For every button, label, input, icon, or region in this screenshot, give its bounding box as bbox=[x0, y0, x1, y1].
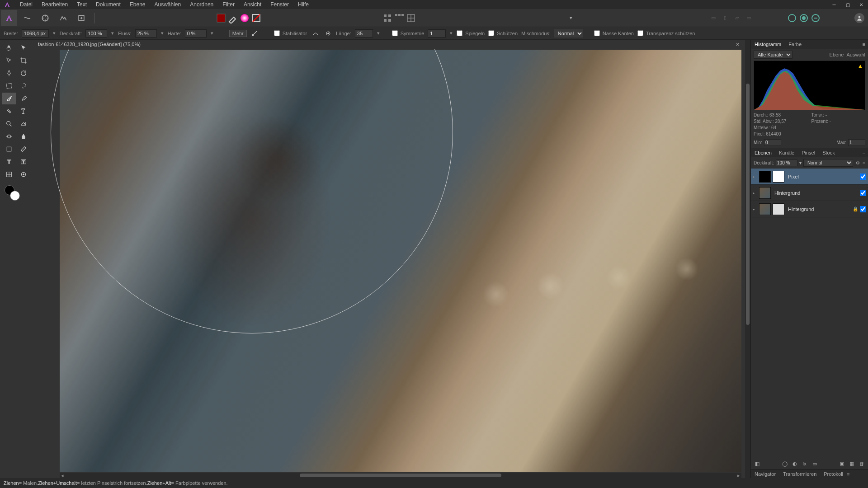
layer-row-2[interactable]: ▸ Hintergrund bbox=[751, 185, 868, 201]
snap-grid-1[interactable] bbox=[382, 13, 393, 23]
layer-expand-icon[interactable]: ▸ bbox=[753, 174, 757, 179]
deckkraft-dropdown[interactable]: ▾ bbox=[110, 30, 115, 36]
layer-row-1[interactable]: ▸ Pixel bbox=[751, 169, 868, 185]
menu-filter[interactable]: Filter bbox=[218, 0, 239, 9]
min-input[interactable] bbox=[764, 139, 781, 146]
persona-photo[interactable] bbox=[1, 10, 17, 26]
tab-transformieren[interactable]: Transformieren bbox=[779, 471, 820, 477]
histogram-ebene-link[interactable]: Ebene bbox=[830, 52, 844, 57]
arrange-c[interactable]: ▱ bbox=[731, 13, 742, 23]
menu-ebene[interactable]: Ebene bbox=[125, 0, 150, 9]
layer-options-icon[interactable]: ≡ bbox=[863, 160, 865, 165]
layer-deckkraft-input[interactable] bbox=[776, 160, 797, 166]
breite-input[interactable] bbox=[22, 29, 49, 38]
vertical-scrollbar[interactable] bbox=[745, 40, 750, 478]
color-fill-swatch[interactable] bbox=[216, 13, 226, 23]
canvas-viewport[interactable]: ◂ ▸ bbox=[33, 49, 745, 478]
hscroll-thumb[interactable] bbox=[300, 474, 501, 477]
tab-stock[interactable]: Stock bbox=[819, 150, 839, 155]
dodge-tool[interactable] bbox=[2, 131, 16, 142]
group-layer-icon[interactable]: ▭ bbox=[810, 459, 819, 468]
laenge-dropdown[interactable]: ▾ bbox=[376, 30, 381, 36]
stabilisator-checkbox[interactable] bbox=[274, 30, 280, 36]
account-avatar[interactable] bbox=[854, 13, 864, 23]
gradient-tool[interactable] bbox=[17, 143, 30, 155]
mesh-tool[interactable] bbox=[2, 169, 16, 180]
stabilisator-mode-2-icon[interactable] bbox=[323, 28, 333, 38]
menu-bearbeiten[interactable]: Bearbeiten bbox=[37, 0, 72, 9]
stabilisator-mode-1-icon[interactable] bbox=[311, 28, 321, 38]
max-input[interactable] bbox=[848, 139, 865, 146]
sync-2[interactable] bbox=[798, 13, 809, 23]
breite-dropdown[interactable]: ▾ bbox=[52, 30, 57, 36]
persona-export[interactable] bbox=[73, 10, 90, 26]
hand-tool[interactable] bbox=[2, 42, 16, 54]
bottom-panel-menu[interactable]: ≡ bbox=[847, 471, 849, 477]
deckkraft-input[interactable] bbox=[85, 29, 107, 38]
arrange-h[interactable]: ▭ bbox=[708, 13, 719, 23]
menu-auswaehlen[interactable]: Auswählen bbox=[150, 0, 185, 9]
move-tool[interactable] bbox=[17, 42, 30, 54]
layer-mask-thumb[interactable] bbox=[773, 171, 784, 183]
symmetrie-dropdown[interactable]: ▾ bbox=[448, 30, 454, 36]
fluss-dropdown[interactable]: ▾ bbox=[160, 30, 165, 36]
color-wheel[interactable] bbox=[239, 13, 250, 23]
sync-1[interactable] bbox=[787, 13, 797, 23]
shape-tool[interactable] bbox=[2, 143, 16, 155]
node-tool[interactable] bbox=[2, 55, 16, 66]
nasse-kanten-checkbox[interactable] bbox=[594, 30, 600, 36]
document-tab[interactable]: fashion-6146328_1920.jpg [Geändert] (75,… bbox=[35, 42, 143, 47]
arrange-d[interactable]: ▭ bbox=[743, 13, 754, 23]
maximize-button[interactable]: ▢ bbox=[841, 0, 854, 9]
background-color[interactable] bbox=[10, 191, 20, 201]
flood-fill-tool[interactable] bbox=[17, 118, 30, 130]
menu-datei[interactable]: Datei bbox=[15, 0, 37, 9]
crop-tool[interactable] bbox=[17, 55, 30, 66]
fluss-input[interactable] bbox=[135, 29, 157, 38]
layer-blend-select[interactable]: Normal bbox=[803, 159, 853, 167]
close-all-tabs[interactable]: ✕ bbox=[733, 42, 742, 47]
persona-develop[interactable] bbox=[37, 10, 53, 26]
menu-anordnen[interactable]: Anordnen bbox=[185, 0, 218, 9]
layer-thumb[interactable] bbox=[759, 171, 771, 183]
close-button[interactable]: ✕ bbox=[854, 0, 868, 9]
clipping-warning-icon[interactable]: ▲ bbox=[858, 63, 863, 69]
tab-pinsel[interactable]: Pinsel bbox=[798, 150, 819, 155]
layers-panel-menu[interactable]: ≡ bbox=[860, 150, 868, 155]
edit-layers-icon[interactable]: ◧ bbox=[753, 459, 762, 468]
color-swatches[interactable] bbox=[2, 184, 31, 202]
layer-mask-thumb[interactable] bbox=[773, 203, 784, 215]
layer-thumb[interactable] bbox=[759, 203, 771, 215]
tab-protokoll[interactable]: Protokoll bbox=[820, 471, 847, 477]
add-layer-icon[interactable]: ▣ bbox=[837, 459, 846, 468]
laenge-input[interactable] bbox=[355, 29, 373, 38]
layer-expand-icon[interactable]: ▸ bbox=[753, 191, 757, 195]
layer-fx-icon[interactable]: ⚙ bbox=[856, 160, 860, 165]
transparenz-checkbox[interactable] bbox=[637, 30, 643, 36]
marquee-tool[interactable] bbox=[2, 80, 16, 92]
haerte-dropdown[interactable]: ▾ bbox=[209, 30, 215, 36]
adjustment-layer-icon[interactable]: ◐ bbox=[790, 459, 799, 468]
mischmodus-select[interactable]: Normal bbox=[554, 29, 583, 38]
pen-tool[interactable] bbox=[2, 67, 16, 79]
lasso-tool[interactable] bbox=[17, 80, 30, 92]
layer-name[interactable]: Pixel bbox=[788, 174, 858, 179]
tab-kanaele[interactable]: Kanäle bbox=[775, 150, 798, 155]
scroll-right-arrow[interactable]: ▸ bbox=[736, 473, 741, 479]
lock-icon[interactable]: 🔒 bbox=[853, 206, 858, 211]
eyedropper-tool[interactable] bbox=[17, 169, 30, 180]
layer-deckkraft-dropdown[interactable]: ▾ bbox=[799, 160, 802, 165]
menu-text[interactable]: Text bbox=[72, 0, 91, 9]
tab-ebenen[interactable]: Ebenen bbox=[751, 150, 775, 155]
layer-visibility-checkbox[interactable] bbox=[860, 190, 866, 196]
arrange-v[interactable]: ▯ bbox=[720, 13, 731, 23]
histogram-channel-select[interactable]: Alle Kanäle bbox=[754, 51, 793, 59]
haerte-input[interactable] bbox=[185, 29, 207, 38]
menu-dokument[interactable]: Dokument bbox=[91, 0, 125, 9]
minimize-button[interactable]: ─ bbox=[827, 0, 841, 9]
persona-tonemap[interactable] bbox=[55, 10, 71, 26]
healing-tool[interactable] bbox=[2, 105, 16, 117]
vscroll-thumb[interactable] bbox=[746, 84, 750, 325]
layer-expand-icon[interactable]: ▸ bbox=[753, 207, 757, 211]
assistant-dropdown[interactable]: ▾ bbox=[570, 15, 572, 21]
